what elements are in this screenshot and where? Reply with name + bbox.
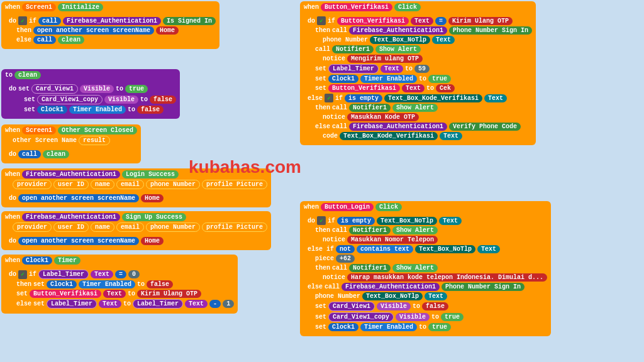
phone-pill2[interactable]: phone Number (146, 222, 200, 232)
open-screen-pill2[interactable]: open another screen screenName (18, 194, 139, 202)
firebase-r1[interactable]: Firebase_Authentication1 (349, 26, 447, 35)
label-timer-pill1[interactable]: Label_Timer (38, 270, 89, 279)
masukkan-nomor-pill[interactable]: Masukkan Nomor Telepon (347, 236, 438, 244)
masukkan-kode-pill[interactable]: Masukkan Kode OTP (347, 113, 419, 121)
eq-r1[interactable]: = (435, 17, 447, 25)
home-pill3[interactable]: Home (141, 237, 164, 245)
clock1-pill2[interactable]: Clock1 (22, 256, 52, 265)
phone-sign-r1[interactable]: Phone Number Sign In (449, 26, 532, 35)
click-pill-r1[interactable]: Click (394, 3, 421, 11)
mengirim-pill[interactable]: Mengirim ulang OTP (347, 55, 423, 63)
btn-verif-pill1[interactable]: Button_Verifikasi (30, 290, 101, 298)
firebase-pill3[interactable]: Firebase_Authentication1 (22, 213, 120, 221)
email-pill1[interactable]: email (116, 180, 144, 189)
text-r4[interactable]: Text (402, 84, 425, 92)
text-r6[interactable]: Text (440, 132, 462, 140)
other-screen-pill[interactable]: Other Screen Closed (58, 126, 137, 134)
initialize-pill[interactable]: Initialize (58, 3, 103, 11)
visible-pill2[interactable]: Visible (104, 96, 138, 104)
false-pill2[interactable]: false (137, 106, 164, 114)
btn-verif-r2[interactable]: Button_Verifikasi (337, 17, 409, 25)
contains-pill[interactable]: contains text (357, 245, 413, 253)
home-pill2[interactable]: Home (141, 194, 164, 202)
checkmark-icon[interactable]: ✓ (18, 16, 27, 25)
checkmark-r3[interactable]: ✓ (317, 216, 326, 225)
text-r7[interactable]: Text (439, 217, 462, 225)
true-r2[interactable]: true (441, 313, 464, 321)
val59-pill[interactable]: 59 (414, 65, 430, 73)
call-pill3[interactable]: call (18, 150, 41, 158)
card-view1-copy-r1[interactable]: Card_View1_copy (328, 312, 394, 322)
firebase-pill2[interactable]: Firebase_Authentication1 (22, 170, 120, 178)
timer-enabled-pill2[interactable]: Timer Enabled (79, 280, 135, 288)
provider-pill2[interactable]: provider (13, 222, 52, 232)
clock1-r2[interactable]: Clock1 (328, 323, 358, 331)
show-alert-r2[interactable]: Show Alert (392, 104, 438, 112)
btn-login-r1[interactable]: Button_Login (321, 203, 374, 211)
btn-verif-r3[interactable]: Button_Verifikasi (328, 84, 400, 92)
label-timer-r1[interactable]: Label_Timer (328, 64, 379, 74)
minus-pill[interactable]: - (209, 300, 221, 308)
timer-pill[interactable]: Timer (54, 256, 80, 265)
card-view1-r1[interactable]: Card_View1 (328, 302, 375, 311)
textbox-notlp-r2[interactable]: Text_Box_NoTlp (377, 217, 437, 225)
call-pill[interactable]: call (38, 17, 61, 25)
card-view1-pill[interactable]: Card_View1 (31, 84, 78, 94)
home-pill1[interactable]: Home (156, 26, 179, 35)
timer-en-r2[interactable]: Timer Enabled (360, 323, 417, 331)
call-pill2[interactable]: call (33, 36, 56, 44)
name-pill2[interactable]: name (91, 222, 114, 232)
visible-pill1[interactable]: Visible (80, 85, 114, 93)
plus62-pill[interactable]: +62 (336, 255, 355, 263)
clock1-r1[interactable]: Clock1 (328, 75, 358, 83)
btn-verif-r1[interactable]: Button_Verifikasi (321, 3, 392, 11)
text-r5[interactable]: Text (484, 94, 507, 102)
show-alert-r4[interactable]: Show Alert (392, 264, 438, 272)
show-alert-r1[interactable]: Show Alert (375, 45, 421, 53)
notifier-r3[interactable]: Notifier1 (349, 226, 391, 234)
is-empty-r2[interactable]: is empty (337, 217, 375, 225)
name-pill1[interactable]: name (91, 180, 114, 189)
label-timer-pill3[interactable]: Label_Timer (133, 299, 183, 309)
phone-sign-r2[interactable]: Phone Number Sign In (441, 283, 525, 291)
card-view1-copy-pill[interactable]: Card_View1_copy (37, 95, 103, 104)
is-empty-r1[interactable]: is empty (345, 94, 382, 102)
text-r2[interactable]: Text (432, 36, 455, 44)
clean-pill-header[interactable]: clean (14, 71, 41, 79)
harap-pill[interactable]: Harap masukkan kode telepon Indonesia. D… (347, 273, 547, 282)
userid-pill1[interactable]: user ID (53, 180, 89, 189)
checkmark-icon2[interactable]: ✓ (18, 270, 27, 279)
checkmark-r1[interactable]: ✓ (317, 16, 326, 25)
eq-pill1[interactable]: = (115, 270, 126, 278)
firebase-pill[interactable]: Firebase_Authentication1 (63, 17, 161, 25)
textbox-kode-r2[interactable]: Text_Box_Kode_Verifikasi (340, 132, 438, 140)
show-alert-r3[interactable]: Show Alert (392, 226, 438, 234)
email-pill2[interactable]: email (116, 222, 144, 232)
screen1-pill2[interactable]: Screen1 (22, 126, 56, 134)
notifier-r1[interactable]: Notifier1 (332, 45, 374, 53)
one-pill[interactable]: 1 (223, 300, 234, 308)
picture-pill2[interactable]: profile Picture (202, 222, 267, 232)
clock1-pill1[interactable]: Clock1 (37, 106, 67, 114)
notifier-r2[interactable]: Notifier1 (349, 104, 391, 112)
false-r1[interactable]: false (422, 302, 448, 310)
open-screen-pill3[interactable]: open another screen screenName (18, 237, 139, 245)
text-r9[interactable]: Text (425, 292, 447, 300)
kirim-ulang-r1[interactable]: Kirim Ulang OTP (448, 17, 513, 25)
firebase-r2[interactable]: Firebase_Authentication1 (349, 123, 447, 131)
not-pill[interactable]: not (336, 245, 355, 253)
text-pill2[interactable]: Text (103, 290, 126, 298)
text-pill4[interactable]: Text (185, 300, 208, 308)
true-pill1[interactable]: true (125, 85, 148, 93)
is-signed-pill[interactable]: Is Signed In (163, 17, 216, 25)
false-pill3[interactable]: false (147, 280, 173, 288)
textbox-notlp-r1[interactable]: Text_Box_NoTlp (370, 36, 430, 44)
timer-enabled-pill1[interactable]: Timer Enabled (69, 106, 126, 114)
result-pill[interactable]: result (79, 136, 110, 145)
zero-pill[interactable]: 0 (128, 270, 140, 278)
timer-en-r1[interactable]: Timer Enabled (360, 75, 417, 83)
screen1-pill[interactable]: Screen1 (22, 3, 56, 11)
clean-pill1[interactable]: clean (58, 36, 84, 44)
label-timer-pill2[interactable]: Label_Timer (47, 299, 97, 309)
picture-pill1[interactable]: profile Picture (202, 180, 267, 189)
